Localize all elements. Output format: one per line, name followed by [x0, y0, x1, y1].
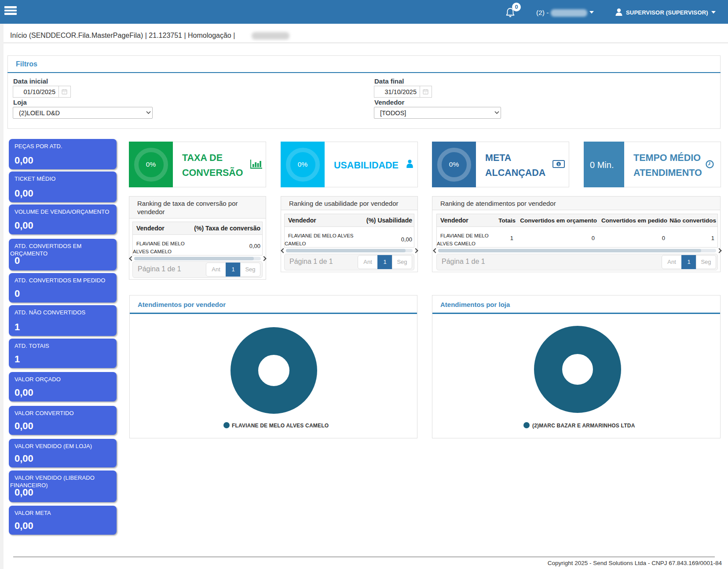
svg-text:7: 7 — [64, 91, 66, 94]
svg-text:7: 7 — [425, 91, 427, 94]
svg-text:1: 1 — [558, 162, 560, 166]
